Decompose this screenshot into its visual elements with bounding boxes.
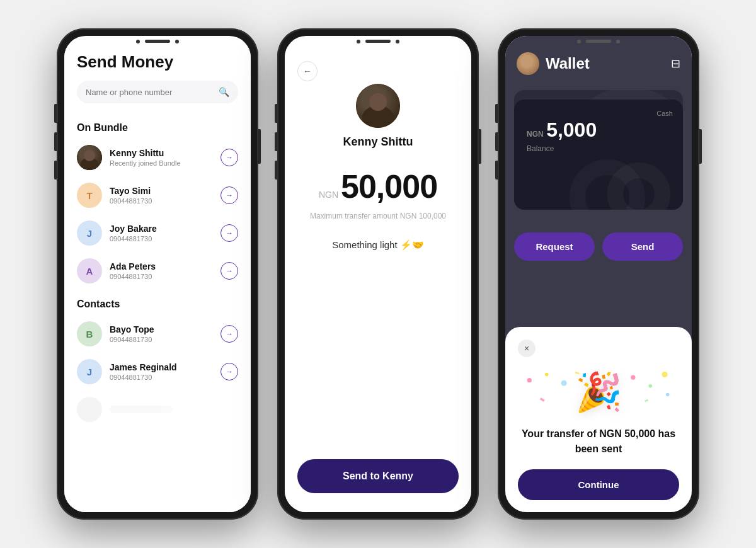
transfer-note: Something light ⚡🤝 [332, 239, 424, 251]
card-amount: 5,000 [546, 118, 597, 141]
contact-info: James Reginald 09044881730 [110, 362, 213, 381]
amount-display: NGN 50,000 [319, 168, 437, 205]
wallet-actions: Request Send [505, 232, 692, 261]
transfer-amount: 50,000 [341, 168, 437, 205]
search-input[interactable] [86, 88, 214, 97]
balance-label: Balance [527, 144, 670, 153]
avatar [77, 397, 102, 422]
send-money-header: Send Money 🔍 [64, 46, 251, 113]
transfer-screen: ← Kenny Shittu NGN 50,000 Maximum transf… [285, 46, 471, 512]
contact-name: Tayo Simi [110, 186, 213, 196]
avatar: B [77, 321, 102, 346]
confetti-emoji: 🎉 [575, 370, 622, 414]
section-contacts: Contacts [64, 290, 251, 315]
transfer-content: Kenny Shittu NGN 50,000 Maximum transfer… [285, 46, 471, 512]
contact-sub: 09044881730 [110, 197, 213, 205]
contact-sub: 09044881730 [110, 374, 213, 381]
confetti-area: 🎉 [518, 363, 679, 420]
contact-arrow-button[interactable]: → [220, 224, 238, 242]
card-type-label: Cash [656, 110, 673, 117]
contact-sub: 09044881730 [110, 336, 213, 343]
contact-info: Kenny Shittu Recently joined Bundle [110, 148, 213, 167]
list-item[interactable]: A Ada Peters 09044881730 → [64, 252, 251, 290]
search-icon: 🔍 [219, 87, 229, 97]
card-front-amount-area: NGN 5,000 [527, 118, 670, 142]
search-box[interactable]: 🔍 [77, 81, 238, 103]
back-button[interactable]: ← [297, 61, 318, 81]
avatar: A [77, 258, 102, 283]
send-button[interactable]: Send [602, 232, 683, 261]
contact-name [110, 406, 173, 413]
recipient-avatar [356, 84, 400, 128]
contact-sub: 09044881730 [110, 235, 213, 243]
avatar [77, 145, 102, 170]
svg-point-2 [561, 380, 567, 386]
send-money-screen: Send Money 🔍 On Bundle Kenny [64, 46, 251, 512]
phone-2: ← Kenny Shittu NGN 50,000 Maximum transf… [277, 28, 479, 520]
card-currency: NGN [527, 130, 544, 139]
list-item[interactable]: J James Reginald 09044881730 → [64, 353, 251, 391]
avatar: J [77, 359, 102, 384]
wallet-screen: Wallet ⊟ Crypto NGN 0.00 Cash [505, 46, 692, 512]
recipient-name: Kenny Shittu [343, 135, 413, 149]
wallet-header-left: Wallet [517, 52, 590, 75]
phone-3-screen: Wallet ⊟ Crypto NGN 0.00 Cash [505, 36, 692, 512]
contact-name: Ada Peters [110, 261, 213, 271]
contact-info: Ada Peters 09044881730 [110, 261, 213, 280]
contact-arrow-button[interactable]: → [220, 363, 238, 380]
list-item[interactable]: J Joy Bakare 09044881730 → [64, 214, 251, 252]
cards-container: Crypto NGN 0.00 Cash NGN 5,000 Balance [505, 84, 692, 222]
list-item[interactable] [64, 391, 251, 428]
logout-icon[interactable]: ⊟ [671, 57, 680, 71]
send-to-kenny-button[interactable]: Send to Kenny [297, 459, 459, 493]
avatar: T [77, 183, 102, 208]
continue-button[interactable]: Continue [518, 469, 679, 500]
svg-point-4 [649, 384, 652, 387]
page-title: Send Money [77, 52, 238, 72]
phone-2-screen: ← Kenny Shittu NGN 50,000 Maximum transf… [285, 36, 471, 512]
svg-rect-8 [644, 399, 648, 402]
svg-point-5 [662, 372, 668, 377]
phone-1: Send Money 🔍 On Bundle Kenny [57, 28, 258, 520]
user-avatar [517, 52, 539, 75]
list-item[interactable]: Kenny Shittu Recently joined Bundle → [64, 139, 251, 176]
modal-close-button[interactable]: × [518, 340, 536, 357]
contact-info: Joy Bakare 09044881730 [110, 224, 213, 243]
svg-point-1 [545, 373, 548, 376]
wallet-title: Wallet [546, 55, 590, 72]
contact-info [110, 406, 238, 413]
list-item[interactable]: T Tayo Simi 09044881730 → [64, 176, 251, 214]
contact-arrow-button[interactable]: → [220, 262, 238, 280]
avatar: J [77, 220, 102, 246]
contact-name: Bayo Tope [110, 324, 213, 334]
contact-arrow-button[interactable]: → [220, 325, 238, 343]
cash-card: Cash NGN 5,000 Balance [514, 100, 683, 210]
contact-sub: 09044881730 [110, 273, 213, 280]
contact-name: James Reginald [110, 362, 213, 372]
phone-1-screen: Send Money 🔍 On Bundle Kenny [64, 36, 251, 512]
section-on-bundle: On Bundle [64, 113, 251, 139]
list-item[interactable]: B Bayo Tope 09044881730 → [64, 315, 251, 353]
contact-arrow-button[interactable]: → [220, 186, 238, 204]
contact-name: Joy Bakare [110, 224, 213, 234]
svg-point-3 [631, 375, 635, 379]
contact-name: Kenny Shittu [110, 148, 213, 158]
currency-label: NGN [319, 190, 338, 200]
request-button[interactable]: Request [514, 232, 595, 261]
contact-sub: Recently joined Bundle [110, 159, 213, 167]
phone-3: Wallet ⊟ Crypto NGN 0.00 Cash [498, 28, 699, 520]
other-contacts-list: B Bayo Tope 09044881730 → J James Regina… [64, 315, 251, 428]
contact-arrow-button[interactable]: → [220, 149, 238, 166]
wallet-header: Wallet ⊟ [505, 46, 692, 84]
bundle-contacts-list: Kenny Shittu Recently joined Bundle → T … [64, 139, 251, 290]
contact-info: Tayo Simi 09044881730 [110, 186, 213, 205]
contact-info: Bayo Tope 09044881730 [110, 324, 213, 343]
svg-rect-7 [540, 397, 545, 402]
svg-point-6 [666, 393, 669, 396]
success-message: Your transfer of NGN 50,000 has been sen… [518, 426, 679, 457]
success-modal: × 🎉 [505, 327, 692, 512]
svg-point-0 [527, 378, 532, 382]
max-transfer-text: Maximum transfer amount NGN 100,000 [310, 212, 446, 220]
